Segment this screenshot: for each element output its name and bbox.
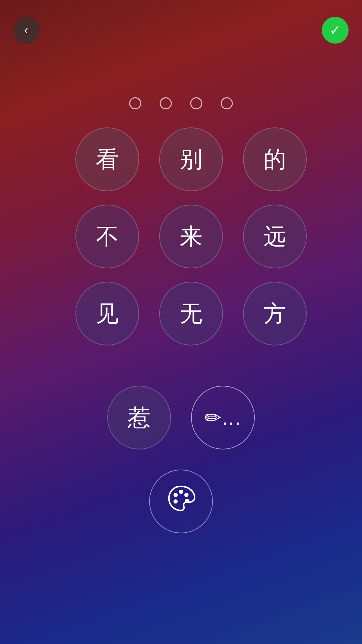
confirm-button[interactable]: ✓ xyxy=(322,17,349,44)
char-label-bie: 别 xyxy=(180,144,202,175)
char-button-lai[interactable]: 来 xyxy=(159,205,223,268)
char-button-de[interactable]: 的 xyxy=(243,127,307,191)
char-label-wu: 无 xyxy=(180,299,202,329)
svg-point-1 xyxy=(179,489,183,494)
char-button-jian[interactable]: 见 xyxy=(75,282,139,345)
edit-icon: ✏… xyxy=(204,406,241,429)
svg-point-0 xyxy=(174,492,178,497)
palette-button[interactable] xyxy=(149,470,213,533)
svg-point-4 xyxy=(174,499,178,503)
svg-point-3 xyxy=(185,498,189,503)
char-label-jian: 见 xyxy=(96,299,119,329)
char-button-bie[interactable]: 别 xyxy=(159,127,223,191)
indicator-dot-4 xyxy=(221,97,233,109)
bottom-row: 惹 ✏… xyxy=(107,386,255,449)
char-label-yuan: 远 xyxy=(263,221,286,252)
checkmark-icon: ✓ xyxy=(329,23,341,37)
edit-button[interactable]: ✏… xyxy=(191,386,255,449)
indicator-dot-1 xyxy=(129,97,141,109)
indicator-dot-2 xyxy=(160,97,172,109)
characters-grid: 看 别 的 不 来 远 见 无 方 xyxy=(75,127,287,345)
page-indicator xyxy=(129,97,233,109)
char-label-re: 惹 xyxy=(128,402,150,433)
char-button-fang[interactable]: 方 xyxy=(243,282,307,345)
palette-icon xyxy=(166,483,196,520)
svg-point-2 xyxy=(184,492,189,497)
char-label-kan: 看 xyxy=(96,144,119,175)
char-label-lai: 来 xyxy=(180,221,202,252)
char-button-yuan[interactable]: 远 xyxy=(243,205,307,268)
char-button-kan[interactable]: 看 xyxy=(75,127,139,191)
char-button-bu[interactable]: 不 xyxy=(75,205,139,268)
indicator-dot-3 xyxy=(190,97,202,109)
char-label-de: 的 xyxy=(263,144,286,175)
char-label-fang: 方 xyxy=(263,299,286,329)
char-button-re[interactable]: 惹 xyxy=(107,386,171,449)
back-button[interactable]: ‹ xyxy=(13,17,40,44)
char-label-bu: 不 xyxy=(96,221,119,252)
back-icon: ‹ xyxy=(24,24,28,36)
char-button-wu[interactable]: 无 xyxy=(159,282,223,345)
